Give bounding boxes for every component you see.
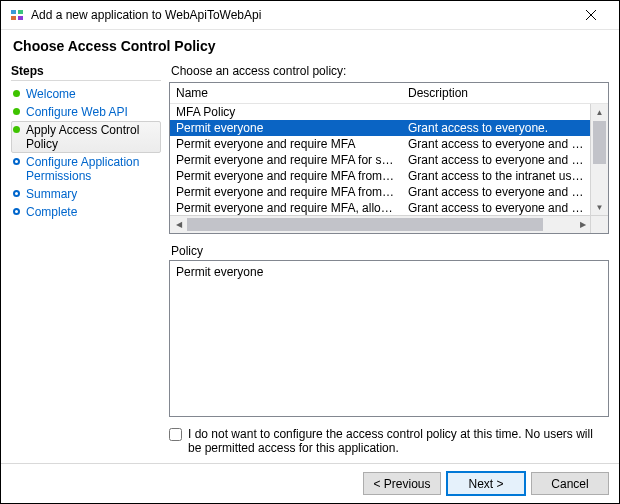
scroll-left-icon[interactable]: ◀ bbox=[170, 216, 187, 233]
svg-rect-1 bbox=[18, 10, 23, 14]
policy-row-name: Permit everyone and require MFA from ext… bbox=[170, 169, 402, 183]
opt-out-row: I do not want to configure the access co… bbox=[169, 427, 609, 455]
scroll-right-icon[interactable]: ▶ bbox=[574, 216, 591, 233]
step-item[interactable]: Complete bbox=[11, 203, 161, 221]
choose-policy-label: Choose an access control policy: bbox=[171, 64, 609, 78]
policy-row-description: Grant access to everyone and require MFA… bbox=[402, 137, 591, 151]
step-label: Welcome bbox=[26, 87, 161, 101]
policy-row[interactable]: Permit everyone and require MFA for spec… bbox=[170, 152, 591, 168]
policy-row[interactable]: Permit everyone and require MFA from una… bbox=[170, 184, 591, 200]
step-bullet-icon bbox=[13, 190, 20, 197]
policy-grid[interactable]: Name Description MFA PolicyPermit everyo… bbox=[169, 82, 609, 234]
policy-row-description: Grant access to everyone and require MFA… bbox=[402, 201, 591, 215]
step-item[interactable]: Summary bbox=[11, 185, 161, 203]
step-item[interactable]: Welcome bbox=[11, 85, 161, 103]
step-label: Summary bbox=[26, 187, 161, 201]
wizard-footer: < Previous Next > Cancel bbox=[1, 463, 619, 503]
scroll-thumb-vertical[interactable] bbox=[593, 121, 606, 164]
svg-rect-0 bbox=[11, 10, 16, 14]
policy-detail-label: Policy bbox=[171, 244, 609, 258]
grid-scrollbar-vertical[interactable]: ▲ ▼ bbox=[590, 104, 608, 216]
policy-row-description: Grant access to everyone and require MFA… bbox=[402, 153, 591, 167]
policy-row[interactable]: Permit everyone and require MFAGrant acc… bbox=[170, 136, 591, 152]
page-title: Choose Access Control Policy bbox=[13, 38, 607, 54]
step-label: Apply Access Control Policy bbox=[26, 123, 158, 151]
policy-row[interactable]: MFA Policy bbox=[170, 104, 591, 120]
wizard-header: Choose Access Control Policy bbox=[1, 30, 619, 64]
policy-row-name: Permit everyone and require MFA, allow a… bbox=[170, 201, 402, 215]
step-label: Complete bbox=[26, 205, 161, 219]
steps-list: WelcomeConfigure Web APIApply Access Con… bbox=[11, 85, 161, 221]
step-bullet-icon bbox=[13, 108, 20, 115]
svg-rect-2 bbox=[11, 16, 16, 20]
scrollbar-corner bbox=[590, 215, 608, 233]
step-bullet-icon bbox=[13, 158, 20, 165]
column-header-name[interactable]: Name bbox=[170, 83, 402, 103]
step-bullet-icon bbox=[13, 90, 20, 97]
close-icon bbox=[586, 10, 596, 20]
policy-row-name: Permit everyone and require MFA from una… bbox=[170, 185, 402, 199]
policy-row-description: Grant access to everyone. bbox=[402, 121, 591, 135]
wizard-body: Steps WelcomeConfigure Web APIApply Acce… bbox=[1, 64, 619, 463]
policy-row[interactable]: Permit everyone and require MFA from ext… bbox=[170, 168, 591, 184]
policy-grid-header: Name Description bbox=[170, 83, 608, 104]
svg-rect-3 bbox=[18, 16, 23, 20]
close-button[interactable] bbox=[571, 1, 611, 29]
scroll-thumb-horizontal[interactable] bbox=[187, 218, 543, 231]
titlebar: Add a new application to WebApiToWebApi bbox=[1, 1, 619, 30]
grid-scrollbar-horizontal[interactable]: ◀ ▶ bbox=[170, 215, 591, 233]
cancel-button[interactable]: Cancel bbox=[531, 472, 609, 495]
policy-row-name: Permit everyone bbox=[170, 121, 402, 135]
steps-sidebar: Steps WelcomeConfigure Web APIApply Acce… bbox=[11, 64, 169, 463]
column-header-description[interactable]: Description bbox=[402, 83, 608, 103]
policy-row-description: Grant access to everyone and require MFA… bbox=[402, 185, 591, 199]
policy-grid-body: MFA PolicyPermit everyoneGrant access to… bbox=[170, 104, 608, 233]
policy-row[interactable]: Permit everyone and require MFA, allow a… bbox=[170, 200, 591, 216]
window-title: Add a new application to WebApiToWebApi bbox=[31, 8, 571, 22]
main-panel: Choose an access control policy: Name De… bbox=[169, 64, 609, 463]
steps-heading: Steps bbox=[11, 64, 161, 81]
step-label: Configure Web API bbox=[26, 105, 161, 119]
policy-row-name: Permit everyone and require MFA for spec… bbox=[170, 153, 402, 167]
next-button[interactable]: Next > bbox=[447, 472, 525, 495]
wizard-window: Add a new application to WebApiToWebApi … bbox=[0, 0, 620, 504]
policy-detail-box: Permit everyone bbox=[169, 260, 609, 417]
opt-out-checkbox[interactable] bbox=[169, 428, 182, 441]
policy-row[interactable]: Permit everyoneGrant access to everyone. bbox=[170, 120, 591, 136]
step-item[interactable]: Configure Web API bbox=[11, 103, 161, 121]
policy-row-description: Grant access to the intranet users and r… bbox=[402, 169, 591, 183]
policy-row-name: MFA Policy bbox=[170, 105, 402, 119]
scroll-down-icon[interactable]: ▼ bbox=[591, 199, 608, 216]
policy-row-name: Permit everyone and require MFA bbox=[170, 137, 402, 151]
policy-detail-text: Permit everyone bbox=[176, 265, 263, 279]
previous-button[interactable]: < Previous bbox=[363, 472, 441, 495]
step-label: Configure Application Permissions bbox=[26, 155, 161, 183]
opt-out-label[interactable]: I do not want to configure the access co… bbox=[188, 427, 609, 455]
step-item[interactable]: Configure Application Permissions bbox=[11, 153, 161, 185]
step-bullet-icon bbox=[13, 126, 20, 133]
scroll-up-icon[interactable]: ▲ bbox=[591, 104, 608, 121]
app-icon bbox=[9, 7, 25, 23]
step-item[interactable]: Apply Access Control Policy bbox=[11, 121, 161, 153]
step-bullet-icon bbox=[13, 208, 20, 215]
